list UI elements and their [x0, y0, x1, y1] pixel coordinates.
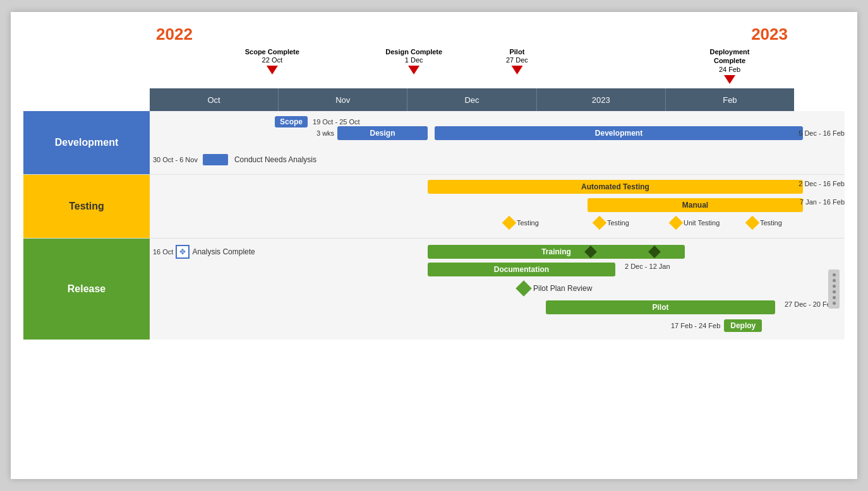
pilot-date: 27 Dec - 20 Feb [782, 300, 835, 308]
testing-label: Testing [23, 175, 150, 238]
diamond-testing-4: Testing [747, 218, 782, 228]
release-row: Release 16 Oct ✥ Analysis Complete [23, 239, 845, 340]
documentation-date: 2 Dec - 12 Jan [622, 263, 670, 270]
testing-content: Automated Testing 2 Dec - 16 Feb Manual … [150, 175, 845, 238]
pilot-bar: Pilot [546, 300, 775, 314]
milestone-pilot-label: Pilot [509, 48, 524, 56]
needs-label: Conduct Needs Analysis [234, 155, 316, 164]
month-dec: Dec [407, 88, 536, 111]
milestone-design: Design Complete 1 Dec [385, 47, 442, 74]
training-diamond-2 [648, 245, 661, 258]
gantt-rows: Development Scope 19 Oct - 25 Oct 3 wks … [23, 111, 845, 340]
automated-date: 2 Dec - 16 Feb [799, 180, 845, 187]
milestone-design-arrow [408, 66, 419, 74]
deploy-badge: Deploy [724, 319, 762, 332]
year-right: 2023 [751, 25, 788, 44]
training-diamond-1 [584, 245, 597, 258]
milestone-scope: Scope Complete 22 Oct [245, 47, 299, 74]
diamond-testing-1-label: Testing [517, 219, 539, 227]
needs-bar [203, 154, 228, 165]
milestone-deployment-date: 24 Feb [719, 66, 740, 73]
three-wks-label: 3 wks [316, 129, 334, 137]
year-left: 2022 [156, 25, 193, 44]
milestone-scope-date: 22 Oct [262, 56, 282, 64]
development-label: Development [23, 111, 150, 174]
move-cursor-icon[interactable]: ✥ [176, 245, 190, 259]
month-oct: Oct [150, 88, 279, 111]
documentation-bar: Documentation [428, 263, 615, 276]
manual-date: 7 Jan - 16 Feb [800, 198, 845, 206]
development-date: 5 Dec - 16 Feb [799, 129, 845, 137]
diamond-testing-1: Testing [504, 218, 539, 228]
gantt-container: 2022 2023 Scope Complete 22 Oct Design C… [11, 12, 857, 479]
pilot-review-label: Pilot Plan Review [533, 284, 592, 293]
diamond-testing-2: Testing [594, 218, 629, 228]
analysis-date: 16 Oct [153, 248, 173, 256]
scope-date-range: 19 Oct - 25 Oct [313, 118, 360, 126]
analysis-row: 16 Oct ✥ Analysis Complete [150, 245, 255, 259]
diamond-testing-2-label: Testing [607, 219, 629, 227]
milestone-design-label: Design Complete [385, 48, 442, 56]
pilot-review-diamond [515, 280, 531, 296]
milestone-scope-label: Scope Complete [245, 48, 299, 56]
training-bar: Training [428, 245, 685, 259]
milestone-deployment-label: Deployment Complete [710, 48, 750, 64]
needs-date: 30 Oct - 6 Nov [153, 156, 198, 163]
milestone-pilot: Pilot 27 Dec [506, 47, 528, 74]
milestone-scope-arrow [267, 66, 278, 74]
scope-badge: Scope [275, 116, 308, 127]
month-2023: 2023 [537, 88, 666, 111]
milestone-deployment: Deployment Complete 24 Feb [697, 47, 762, 84]
testing-row: Testing Automated Testing 2 Dec - 16 Feb… [23, 175, 845, 239]
gantt-wrapper: 2022 2023 Scope Complete 22 Oct Design C… [23, 25, 845, 340]
scrollbar-dots[interactable] [828, 269, 840, 309]
diamond-unit-testing: Unit Testing [671, 218, 720, 228]
deploy-date: 17 Feb - 24 Feb [671, 322, 720, 329]
release-content: 16 Oct ✥ Analysis Complete Training [150, 239, 845, 340]
milestone-deployment-arrow [724, 75, 735, 84]
development-row: Development Scope 19 Oct - 25 Oct 3 wks … [23, 111, 845, 175]
timeline-header: Oct Nov Dec 2023 Feb [150, 88, 794, 111]
development-content: Scope 19 Oct - 25 Oct 3 wks Design Devel… [150, 111, 845, 174]
analysis-complete-label: Analysis Complete [192, 247, 255, 256]
month-nov: Nov [279, 88, 407, 111]
release-label: Release [23, 239, 150, 340]
needs-analysis-row: 30 Oct - 6 Nov Conduct Needs Analysis [150, 154, 316, 165]
design-bar: Design [337, 126, 428, 140]
manual-bar: Manual [588, 198, 803, 212]
milestone-pilot-arrow [511, 66, 522, 74]
deploy-row: 17 Feb - 24 Feb Deploy [671, 319, 762, 332]
training-bar-wrapper: Training [428, 245, 685, 259]
diamond-unit-testing-label: Unit Testing [684, 219, 720, 227]
development-bar: Development [435, 126, 803, 140]
month-feb: Feb [666, 88, 794, 111]
automated-testing-bar: Automated Testing [428, 180, 803, 194]
diamond-testing-4-label: Testing [760, 219, 782, 227]
milestone-design-date: 1 Dec [405, 56, 423, 64]
milestone-pilot-date: 27 Dec [506, 56, 528, 64]
pilot-plan-review-row: Pilot Plan Review [518, 283, 592, 294]
